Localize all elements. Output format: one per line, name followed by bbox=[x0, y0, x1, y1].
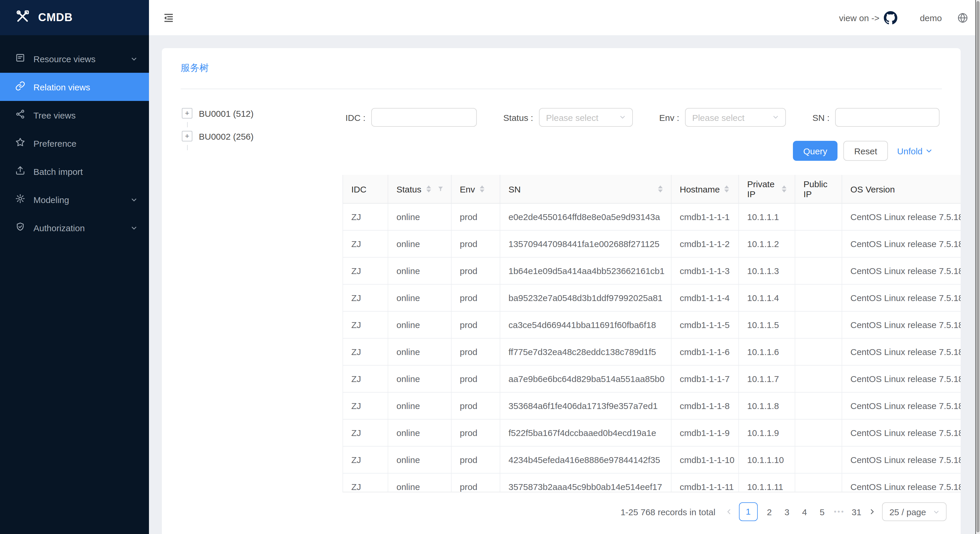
cell-public-ip bbox=[795, 446, 842, 473]
username-label[interactable]: demo bbox=[920, 13, 942, 22]
table-row[interactable]: ZJ online prod 353684a6f1fe406da1713f9e3… bbox=[342, 392, 961, 419]
records-total-label: 1-25 768 records in total bbox=[620, 507, 716, 517]
cell-hostname: cmdb1-1-1-6 bbox=[671, 339, 739, 365]
cell-status: online bbox=[388, 419, 452, 446]
filter-idc: IDC : bbox=[345, 108, 477, 127]
cell-status: online bbox=[388, 392, 452, 419]
tree-node-bu0001[interactable]: + BU0001 (512) bbox=[182, 104, 342, 122]
sidebar-item-relation-views[interactable]: Relation views bbox=[0, 73, 149, 101]
content-area: 服务树 + BU0001 (512) + BU0002 (256) bbox=[149, 35, 980, 534]
sidebar-item-modeling[interactable]: Modeling bbox=[0, 185, 149, 214]
sort-icon[interactable] bbox=[725, 185, 729, 193]
cell-os-version: CentOS Linux release 7.5.18 bbox=[842, 339, 961, 365]
cell-sn: ba95232e7a0548d3b1ddf97992025a81 bbox=[500, 285, 671, 311]
query-button[interactable]: Query bbox=[792, 141, 838, 161]
table-row[interactable]: ZJ online prod 135709447098441fa1e002688… bbox=[342, 231, 961, 258]
idc-label: IDC : bbox=[345, 112, 365, 122]
cell-env: prod bbox=[452, 446, 500, 473]
sort-icon[interactable] bbox=[426, 185, 431, 193]
tree-node-bu0002[interactable]: + BU0002 (256) bbox=[182, 128, 342, 145]
cell-sn: aa7e9b6e6bc64d829ba514a551aa85b0 bbox=[500, 366, 671, 392]
chevron-down-icon bbox=[926, 147, 932, 154]
globe-icon[interactable] bbox=[957, 12, 968, 23]
unfold-label: Unfold bbox=[897, 146, 923, 156]
page-4[interactable]: 4 bbox=[799, 507, 810, 517]
cell-public-ip bbox=[795, 258, 842, 284]
scrollbar-thumb[interactable] bbox=[977, 1, 979, 532]
reset-button[interactable]: Reset bbox=[844, 141, 888, 161]
column-header-sn[interactable]: SN bbox=[500, 175, 671, 204]
sidebar-item-batch-import[interactable]: Batch import bbox=[0, 157, 149, 185]
sort-icon[interactable] bbox=[658, 185, 663, 193]
filter-sn: SN : bbox=[812, 108, 940, 127]
sidebar-item-preference[interactable]: Preference bbox=[0, 129, 149, 157]
sidebar-item-label: Tree views bbox=[33, 110, 76, 120]
cell-public-ip bbox=[795, 473, 842, 493]
table-row[interactable]: ZJ online prod ca3ce54d669441bba11691f60… bbox=[342, 312, 961, 339]
cell-private-ip: 10.1.1.2 bbox=[739, 231, 795, 257]
prev-page-icon[interactable] bbox=[725, 507, 733, 517]
page-31[interactable]: 31 bbox=[851, 507, 862, 517]
cell-hostname: cmdb1-1-1-7 bbox=[671, 366, 739, 392]
filter-bar: IDC : Status : Please select bbox=[342, 108, 961, 127]
table-row[interactable]: ZJ online prod 1b64e1e09d5a414aa4bb52366… bbox=[342, 258, 961, 285]
idc-input[interactable] bbox=[371, 108, 477, 127]
cell-public-ip bbox=[795, 285, 842, 311]
sort-icon[interactable] bbox=[480, 185, 484, 193]
github-icon[interactable] bbox=[884, 11, 897, 24]
sidebar-item-tree-views[interactable]: Tree views bbox=[0, 101, 149, 129]
table-row[interactable]: ZJ online prod f522f5ba167f4dccbaaed0b4e… bbox=[342, 419, 961, 446]
next-page-icon[interactable] bbox=[868, 507, 877, 517]
cell-idc: ZJ bbox=[342, 285, 388, 311]
cell-private-ip: 10.1.1.6 bbox=[739, 339, 795, 365]
cell-sn: ca3ce54d669441bba11691f60fba6f18 bbox=[500, 312, 671, 338]
column-header-private-ip[interactable]: Private IP bbox=[739, 175, 795, 204]
cell-public-ip bbox=[795, 339, 842, 365]
column-title: Hostname bbox=[680, 184, 720, 194]
sidebar-item-authorization[interactable]: Authorization bbox=[0, 214, 149, 242]
table-row[interactable]: ZJ online prod ba95232e7a0548d3b1ddf9799… bbox=[342, 285, 961, 312]
cell-status: online bbox=[388, 446, 452, 473]
cell-hostname: cmdb1-1-1-10 bbox=[671, 446, 739, 473]
env-label: Env : bbox=[659, 112, 679, 122]
filter-funnel-icon[interactable] bbox=[438, 185, 443, 193]
column-header-public-ip[interactable]: Public IP bbox=[795, 175, 842, 204]
tab-service-tree[interactable]: 服务树 bbox=[181, 62, 209, 75]
table-row[interactable]: ZJ online prod e0e2de4550164ffd8e8e0a5e9… bbox=[342, 204, 961, 231]
expand-plus-icon[interactable]: + bbox=[182, 131, 192, 142]
menu-fold-icon[interactable] bbox=[163, 12, 174, 23]
table-body[interactable]: ZJ online prod e0e2de4550164ffd8e8e0a5e9… bbox=[342, 204, 961, 493]
column-header-idc[interactable]: IDC bbox=[342, 175, 388, 204]
cell-os-version: CentOS Linux release 7.5.18 bbox=[842, 204, 961, 230]
cell-public-ip bbox=[795, 231, 842, 257]
page-scrollbar[interactable] bbox=[975, 0, 980, 534]
sidebar-item-label: Resource views bbox=[33, 54, 95, 64]
cell-sn: 4234b45efeda416e8886e97844142f35 bbox=[500, 446, 671, 473]
table-row[interactable]: ZJ online prod 4234b45efeda416e8886e9784… bbox=[342, 446, 961, 473]
column-header-os-version[interactable]: OS Version bbox=[842, 175, 961, 204]
cell-idc: ZJ bbox=[342, 231, 388, 257]
page-size-select[interactable]: 25 / page bbox=[882, 502, 947, 521]
env-select[interactable]: Please select bbox=[685, 108, 786, 127]
table-row[interactable]: ZJ online prod aa7e9b6e6bc64d829ba514a55… bbox=[342, 366, 961, 392]
table-row[interactable]: ZJ online prod ff775e7d32ea48c28eddc138c… bbox=[342, 339, 961, 366]
sort-icon[interactable] bbox=[782, 185, 786, 193]
cell-private-ip: 10.1.1.4 bbox=[739, 285, 795, 311]
unfold-link[interactable]: Unfold bbox=[897, 146, 932, 156]
sidebar-item-resource-views[interactable]: Resource views bbox=[0, 45, 149, 73]
column-header-status[interactable]: Status bbox=[388, 175, 452, 204]
page-2[interactable]: 2 bbox=[764, 507, 775, 517]
jump-forward-ellipsis[interactable]: ••• bbox=[834, 508, 845, 516]
column-header-hostname[interactable]: Hostname bbox=[671, 175, 739, 204]
status-select[interactable]: Please select bbox=[539, 108, 633, 127]
sn-input[interactable] bbox=[835, 108, 940, 127]
cell-os-version: CentOS Linux release 7.5.18 bbox=[842, 419, 961, 446]
page-5[interactable]: 5 bbox=[816, 507, 828, 517]
expand-plus-icon[interactable]: + bbox=[182, 108, 192, 118]
cell-hostname: cmdb1-1-1-9 bbox=[671, 419, 739, 446]
page-3[interactable]: 3 bbox=[781, 507, 793, 517]
app-logo[interactable]: CMDB bbox=[0, 0, 149, 35]
page-1[interactable]: 1 bbox=[739, 502, 758, 521]
column-header-env[interactable]: Env bbox=[452, 175, 500, 204]
table-row[interactable]: ZJ online prod 3575873b2aaa45c9bb0ab14e5… bbox=[342, 473, 961, 493]
